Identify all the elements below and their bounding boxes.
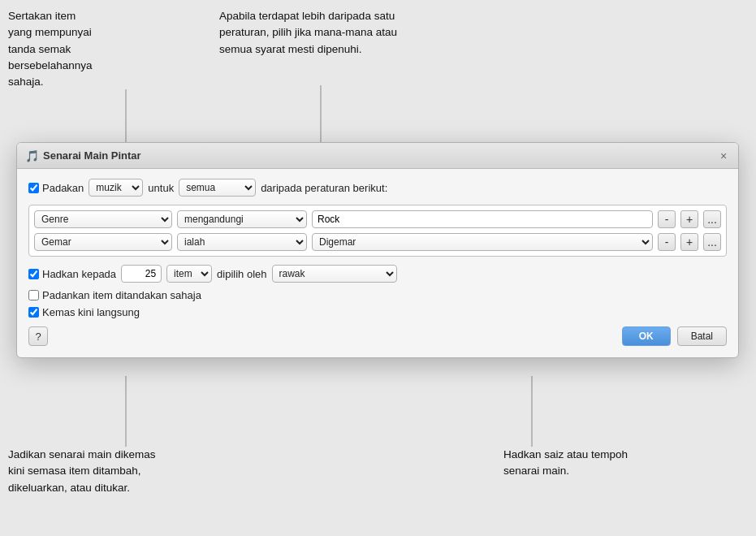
match-checkbox-label[interactable]: Padakan xyxy=(28,182,84,194)
rule2-value-select[interactable]: Digemar 1 bintang 2 bintang 3 bintang 4 … xyxy=(312,233,653,251)
dialog-title-left: 🎵 Senarai Main Pintar xyxy=(25,149,141,162)
live-update-checkbox[interactable] xyxy=(28,307,39,318)
rule-row-2: Genre Gemar Artis Album ialah bukan lebi… xyxy=(34,233,721,251)
rule2-plus-button[interactable]: + xyxy=(680,233,698,251)
selected-by-select[interactable]: rawak tajuk artis album tarikh ditambah … xyxy=(272,265,397,283)
rule1-field-select[interactable]: Genre Gemar Artis Album xyxy=(34,210,172,228)
limit-checkbox[interactable] xyxy=(28,269,39,279)
dialog-buttons: OK Batal xyxy=(622,326,727,346)
ok-button[interactable]: OK xyxy=(622,326,671,346)
match-type-select[interactable]: muzik semua xyxy=(89,179,143,197)
rule2-minus-button[interactable]: - xyxy=(658,233,676,251)
checked-only-checkbox[interactable] xyxy=(28,290,39,300)
close-button[interactable]: × xyxy=(717,149,730,162)
checked-only-label[interactable]: Padankan item ditandakan sahaja xyxy=(28,289,201,301)
annotation-bottomright: Hadkan saiz atau tempoh senarai main. xyxy=(503,447,698,480)
rule2-condition-select[interactable]: ialah bukan lebih daripada xyxy=(177,233,307,251)
limit-unit-select[interactable]: item minit jam MB GB xyxy=(166,265,212,283)
match-checkbox[interactable] xyxy=(28,183,39,193)
rules-area: Genre Gemar Artis Album mengandungi tida… xyxy=(28,205,727,257)
annotation-topmid: Apabila terdapat lebih daripada satu per… xyxy=(219,8,487,58)
rule-row-1: Genre Gemar Artis Album mengandungi tida… xyxy=(34,210,721,228)
rule2-ellipsis-button[interactable]: ... xyxy=(703,233,721,251)
live-update-label[interactable]: Kemas kini langsung xyxy=(28,306,140,318)
rule1-ellipsis-button[interactable]: ... xyxy=(703,210,721,228)
rule1-plus-button[interactable]: + xyxy=(680,210,698,228)
music-icon: 🎵 xyxy=(25,149,38,162)
smart-playlist-dialog: 🎵 Senarai Main Pintar × Padakan muzik se… xyxy=(16,142,739,358)
limit-row: Hadkan kepada item minit jam MB GB dipil… xyxy=(28,265,727,283)
help-button[interactable]: ? xyxy=(28,326,48,346)
rule1-value-input[interactable] xyxy=(312,210,653,228)
rule1-minus-button[interactable]: - xyxy=(658,210,676,228)
limit-checkbox-label[interactable]: Hadkan kepada xyxy=(28,268,116,280)
bottom-row: ? OK Batal xyxy=(28,326,727,346)
annotation-bottomleft: Jadikan senarai main dikemas kini semasa… xyxy=(8,447,227,496)
checked-only-row: Padankan item ditandakan sahaja xyxy=(28,289,727,301)
annotation-topleft: Sertakan item yang mempunyai tanda semak… xyxy=(8,8,171,90)
rule1-condition-select[interactable]: mengandungi tidak mengandungi ialah xyxy=(177,210,307,228)
live-update-row: Kemas kini langsung xyxy=(28,306,727,318)
all-select[interactable]: semua mana-mana xyxy=(179,179,256,197)
dialog-body: Padakan muzik semua untuk semua mana-man… xyxy=(17,169,738,357)
limit-value-input[interactable] xyxy=(121,265,162,283)
cancel-button[interactable]: Batal xyxy=(677,326,727,346)
rule2-field-select[interactable]: Genre Gemar Artis Album xyxy=(34,233,172,251)
match-row: Padakan muzik semua untuk semua mana-man… xyxy=(28,179,727,197)
dialog-title: Senarai Main Pintar xyxy=(43,149,141,162)
dialog-titlebar: 🎵 Senarai Main Pintar × xyxy=(17,143,738,169)
